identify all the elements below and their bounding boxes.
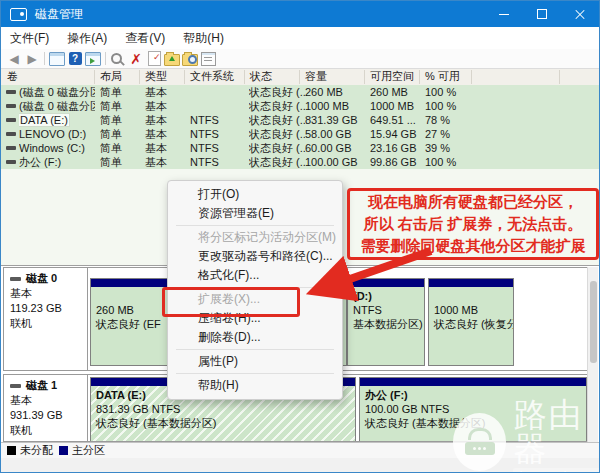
volume-name: 办公 (F:) xyxy=(19,155,95,169)
volume-capacity: 831.39 GB xyxy=(305,113,365,127)
folder-up-icon[interactable] xyxy=(163,51,181,67)
menu-item-properties[interactable]: 属性(P) xyxy=(168,352,342,371)
menu-item-help[interactable]: 帮助(H) xyxy=(168,376,342,395)
volume-icon xyxy=(6,104,16,108)
volume-free: 99.86 GB xyxy=(370,155,422,169)
table-row[interactable]: 办公 (F:) 简单 基本 NTFS 状态良好 (... 100.00 GB 9… xyxy=(1,155,599,169)
header-free-space[interactable]: 可用空间 xyxy=(370,69,414,84)
announce-icon[interactable] xyxy=(109,51,127,67)
disk-size: 119.23 GB xyxy=(10,301,87,316)
header-type[interactable]: 类型 xyxy=(145,69,167,84)
menu-item-open[interactable]: 打开(O) xyxy=(168,185,342,204)
volume-layout: 简单 xyxy=(100,155,140,169)
scrollbar-thumb[interactable] xyxy=(590,281,597,363)
volume-name: Windows (C:) xyxy=(19,141,95,155)
disk-kind: 基本 xyxy=(10,286,87,301)
check-document-icon[interactable] xyxy=(145,51,163,67)
partition-fs: NTFS xyxy=(353,303,419,317)
volume-free: 649.51 ... xyxy=(370,113,422,127)
volume-list-header: 卷 布局 类型 文件系统 状态 容量 可用空间 % 可用 xyxy=(1,69,599,86)
disk-status: 联机 xyxy=(10,316,87,331)
help-icon[interactable] xyxy=(66,51,84,67)
folder-search-icon[interactable] xyxy=(181,51,199,67)
menu-separator xyxy=(176,349,334,350)
volume-free: 1000 MB xyxy=(370,99,422,113)
menu-help[interactable]: 帮助(H) xyxy=(174,27,233,49)
volume-free: 23.16 GB xyxy=(370,141,422,155)
router-icon xyxy=(453,413,506,471)
disk-label: 磁盘 1 xyxy=(26,378,57,393)
table-row[interactable]: (磁盘 0 磁盘分区 1) 简单 基本 状态良好 (... 260 MB 260… xyxy=(1,85,599,99)
volume-icon xyxy=(6,146,16,150)
volume-name: (磁盘 0 磁盘分区 1) xyxy=(19,85,95,99)
action-window-icon[interactable] xyxy=(84,51,102,67)
window-title: 磁盘管理 xyxy=(35,6,83,23)
header-filesystem[interactable]: 文件系统 xyxy=(190,69,234,84)
volume-name: DATA (E:) xyxy=(19,114,69,126)
menu-item-explorer[interactable]: 资源管理器(E) xyxy=(168,204,342,223)
legend-label: 未分配 xyxy=(20,443,53,458)
toolbar-separator xyxy=(44,52,45,65)
volume-status: 状态良好 (... xyxy=(249,99,307,113)
delete-volume-icon[interactable] xyxy=(127,51,145,67)
menu-action[interactable]: 操作(A) xyxy=(58,27,116,49)
menu-separator xyxy=(176,225,334,226)
disk-icon xyxy=(10,277,21,281)
volume-name: LENOVO (D:) xyxy=(19,127,95,141)
title-bar: 磁盘管理 xyxy=(1,1,599,27)
volume-pct: 100 % xyxy=(425,155,467,169)
partition-color-bar xyxy=(360,378,586,386)
menu-item-delete-volume[interactable]: 删除卷(D)... xyxy=(168,328,342,347)
table-row[interactable]: Windows (C:) 简单 基本 NTFS 状态良好 (... 60.00 … xyxy=(1,141,599,155)
volume-type: 基本 xyxy=(145,155,185,169)
window-controls xyxy=(485,1,599,27)
volume-icon xyxy=(6,160,16,164)
volume-pct: 39 % xyxy=(425,141,467,155)
annotation-arrow xyxy=(291,241,441,303)
volume-free: 15.94 GB xyxy=(370,127,422,141)
volume-type: 基本 xyxy=(145,127,185,141)
back-icon[interactable] xyxy=(5,51,23,67)
close-icon[interactable] xyxy=(561,1,599,27)
header-layout[interactable]: 布局 xyxy=(100,69,122,84)
partition-fs: 831.39 GB NTFS xyxy=(96,402,350,416)
volume-fs: NTFS xyxy=(190,141,240,155)
annotation-line: 所以 右击后 扩展券，无法点击。 xyxy=(350,213,596,235)
menu-separator xyxy=(176,373,334,374)
properties-form-icon[interactable] xyxy=(199,51,217,67)
partition-status: 基本数据分区) xyxy=(353,317,419,331)
disk1-info[interactable]: 磁盘 1 基本 931.39 GB 联机 xyxy=(4,375,88,441)
table-row[interactable]: (磁盘 0 磁盘分区 5) 简单 基本 状态良好 (... 1000 MB 10… xyxy=(1,99,599,113)
watermark-domain: luyouqi.com xyxy=(513,468,600,473)
menu-view[interactable]: 查看(V) xyxy=(116,27,174,49)
annotation-line: 现在电脑所有硬盘都已经分区， xyxy=(350,191,596,213)
volume-fs: NTFS xyxy=(190,113,240,127)
disk-drive-icon xyxy=(10,8,27,21)
volume-status: 状态良好 (... xyxy=(249,141,307,155)
menu-file[interactable]: 文件(F) xyxy=(1,27,58,49)
volume-layout: 简单 xyxy=(100,127,140,141)
partition-status: 状态良好 (恢复分 xyxy=(434,317,508,331)
disk0-info[interactable]: 磁盘 0 基本 119.23 GB 联机 xyxy=(4,268,88,370)
volume-layout: 简单 xyxy=(100,85,140,99)
header-capacity[interactable]: 容量 xyxy=(305,69,327,84)
volume-capacity: 100.00 GB xyxy=(305,155,365,169)
watermark-brand: 路由器 xyxy=(513,398,600,466)
toolbar xyxy=(1,49,599,69)
maximize-icon[interactable] xyxy=(523,1,561,27)
volume-pct: 27 % xyxy=(425,127,467,141)
table-row[interactable]: LENOVO (D:) 简单 基本 NTFS 状态良好 (... 58.00 G… xyxy=(1,127,599,141)
partition-size: 1000 MB xyxy=(434,303,508,317)
partition-color-bar xyxy=(429,279,513,287)
header-status[interactable]: 状态 xyxy=(250,69,272,84)
volume-status: 状态良好 (... xyxy=(249,155,307,169)
header-volume[interactable]: 卷 xyxy=(7,69,18,84)
legend-unallocated: 未分配 xyxy=(7,443,53,458)
forward-icon[interactable] xyxy=(23,51,41,67)
volume-capacity: 1000 MB xyxy=(305,99,365,113)
minimize-icon[interactable] xyxy=(485,1,523,27)
console-window-icon[interactable] xyxy=(48,51,66,67)
header-pct-free[interactable]: % 可用 xyxy=(425,69,460,84)
unallocated-swatch xyxy=(7,446,16,455)
table-row-selected[interactable]: DATA (E:) 简单 基本 NTFS 状态良好 (... 831.39 GB… xyxy=(1,113,599,127)
